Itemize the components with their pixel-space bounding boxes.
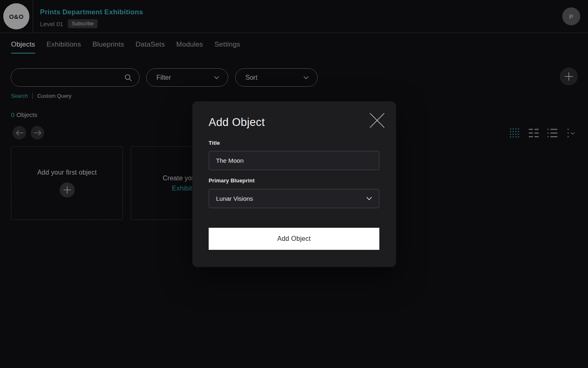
primary-blueprint-select[interactable]: Lunar Visions — [209, 189, 379, 208]
chevron-down-icon — [366, 197, 372, 200]
primary-blueprint-value: Lunar Visions — [216, 195, 253, 202]
add-object-modal: Add Object Title Primary Blueprint Lunar… — [192, 101, 396, 267]
modal-title: Add Object — [209, 116, 265, 129]
close-icon — [370, 113, 385, 128]
modal-close-button[interactable] — [369, 112, 385, 128]
title-field-label: Title — [209, 140, 220, 146]
title-field[interactable] — [209, 151, 379, 170]
blueprint-field-label: Primary Blueprint — [209, 177, 255, 184]
modal-submit-button[interactable]: Add Object — [209, 228, 379, 250]
